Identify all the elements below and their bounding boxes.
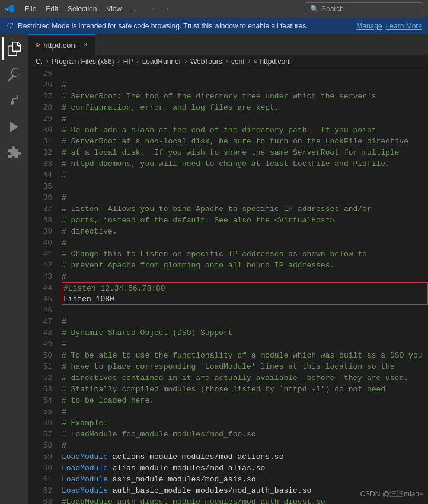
code-line: # To be able to use the functionality of… xyxy=(62,350,428,361)
code-line: # ServerRoot: The top of the directory t… xyxy=(62,91,428,102)
breadcrumb-loadrunner[interactable]: LoadRunner xyxy=(142,58,181,66)
code-line: LoadModule actions_module modules/mod_ac… xyxy=(62,451,428,462)
line-number: 28 xyxy=(28,102,58,113)
code-editor[interactable]: 2526272829303132333435363738394041424344… xyxy=(28,68,428,504)
line-number: 32 xyxy=(28,147,58,158)
code-line: # configuration, error, and log files ar… xyxy=(62,102,428,113)
line-number: 25 xyxy=(28,68,58,79)
line-number: 49 xyxy=(28,339,58,350)
code-line: # xyxy=(62,271,428,282)
menu-selection[interactable]: Selection xyxy=(64,4,100,14)
tab-close-button[interactable]: × xyxy=(83,40,88,50)
code-line: # to be loaded here. xyxy=(62,395,428,406)
breadcrumb-file-icon: ⚙ xyxy=(254,58,258,65)
search-box[interactable]: 🔍 Search xyxy=(305,2,423,15)
line-numbers: 2526272829303132333435363738394041424344… xyxy=(28,68,58,504)
menu-more[interactable]: ... xyxy=(127,4,140,14)
code-content: ## ServerRoot: The top of the directory … xyxy=(58,68,428,504)
line-number: 47 xyxy=(28,316,58,327)
breadcrumb-file[interactable]: httpd.conf xyxy=(260,58,291,66)
code-line: # Example: xyxy=(62,417,428,429)
line-number: 52 xyxy=(28,372,58,384)
manage-link[interactable]: Manage xyxy=(356,22,382,30)
menu-view[interactable]: View xyxy=(103,4,125,14)
line-number: 46 xyxy=(28,305,58,316)
editor-area: ⚙ httpd.conf × C: › Program Files (x86) … xyxy=(28,34,428,504)
code-line: # xyxy=(62,406,428,417)
line-number: 60 xyxy=(28,462,58,474)
code-line: # xyxy=(62,339,428,350)
breadcrumb-program-files[interactable]: Program Files (x86) xyxy=(52,58,114,66)
line-number: 55 xyxy=(28,406,58,417)
search-icon: 🔍 xyxy=(310,5,319,13)
restricted-mode-bar: 🛡 Restricted Mode is intended for safe c… xyxy=(0,18,428,34)
code-line: # xyxy=(62,170,428,181)
line-number: 39 xyxy=(28,226,58,237)
nav-forward[interactable]: → xyxy=(161,4,171,14)
breadcrumb-c[interactable]: C: xyxy=(36,58,43,66)
restricted-message: Restricted Mode is intended for safe cod… xyxy=(18,22,353,30)
explorer-icon[interactable] xyxy=(2,37,26,60)
menu-edit[interactable]: Edit xyxy=(42,4,62,14)
code-line xyxy=(62,68,428,79)
code-line: # xyxy=(62,113,428,125)
line-number: 41 xyxy=(28,248,58,260)
code-line: # Dynamic Shared Object (DSO) Support xyxy=(62,327,428,339)
code-line: # Change this to Listen on specific IP a… xyxy=(62,248,428,260)
line-number: 42 xyxy=(28,260,58,271)
nav-back[interactable]: ← xyxy=(150,4,159,14)
run-debug-icon[interactable] xyxy=(2,115,26,139)
line-number: 61 xyxy=(28,474,58,485)
nav-arrows: ← → xyxy=(150,4,171,14)
learn-more-link[interactable]: Learn More xyxy=(386,22,422,30)
code-line: # Do not add a slash at the end of the d… xyxy=(62,125,428,136)
line-number: 45 xyxy=(28,294,58,305)
source-control-icon[interactable] xyxy=(2,89,26,113)
code-line: # ports, instead of the default. See als… xyxy=(62,215,428,226)
line-number: 44 xyxy=(28,282,58,294)
code-line: # httpd daemons, you will need to change… xyxy=(62,158,428,170)
tab-label: httpd.conf xyxy=(43,41,77,50)
code-line: #LoadModule auth_digest_module modules/m… xyxy=(62,496,428,504)
tab-bar: ⚙ httpd.conf × xyxy=(28,34,428,55)
tab-httpd-conf[interactable]: ⚙ httpd.conf × xyxy=(28,34,95,55)
code-line: #Listen 12.34.56.78:80 xyxy=(62,282,428,294)
menu-bar: File Edit Selection View ... xyxy=(21,4,140,14)
code-line: # at a local disk. If you wish to share … xyxy=(62,147,428,158)
line-number: 53 xyxy=(28,384,58,395)
line-number: 38 xyxy=(28,215,58,226)
menu-file[interactable]: File xyxy=(21,4,40,14)
code-line: Listen 1080 xyxy=(62,294,428,305)
line-number: 58 xyxy=(28,440,58,451)
app-icon xyxy=(5,4,14,14)
code-line: LoadModule alias_module modules/mod_alia… xyxy=(62,462,428,474)
code-line: # xyxy=(62,316,428,327)
code-line xyxy=(62,181,428,192)
line-number: 59 xyxy=(28,451,58,462)
line-number: 56 xyxy=(28,417,58,429)
code-line xyxy=(62,305,428,316)
line-number: 50 xyxy=(28,350,58,361)
code-line: # xyxy=(62,237,428,248)
line-number: 51 xyxy=(28,361,58,372)
line-number: 30 xyxy=(28,125,58,136)
breadcrumb: C: › Program Files (x86) › HP › LoadRunn… xyxy=(28,55,428,68)
code-line: LoadModule auth_basic_module modules/mod… xyxy=(62,485,428,496)
search-activity-icon[interactable] xyxy=(2,63,26,87)
extensions-icon[interactable] xyxy=(2,141,26,165)
breadcrumb-hp[interactable]: HP xyxy=(123,58,133,66)
breadcrumb-webtours[interactable]: WebTours xyxy=(190,58,222,66)
line-number: 54 xyxy=(28,395,58,406)
main-layout: ⚙ httpd.conf × C: › Program Files (x86) … xyxy=(0,34,428,504)
code-line: # xyxy=(62,440,428,451)
code-line: # LoadModule foo_module modules/mod_foo.… xyxy=(62,429,428,440)
breadcrumb-conf[interactable]: conf xyxy=(231,58,245,66)
line-number: 62 xyxy=(28,485,58,496)
code-line: # xyxy=(62,79,428,91)
activity-bar xyxy=(0,34,28,504)
code-line: LoadModule asis_module modules/mod_asis.… xyxy=(62,474,428,485)
line-number: 63 xyxy=(28,496,58,504)
code-line: # prevent Apache from glomming onto all … xyxy=(62,260,428,271)
line-number: 43 xyxy=(28,271,58,282)
line-number: 29 xyxy=(28,113,58,125)
